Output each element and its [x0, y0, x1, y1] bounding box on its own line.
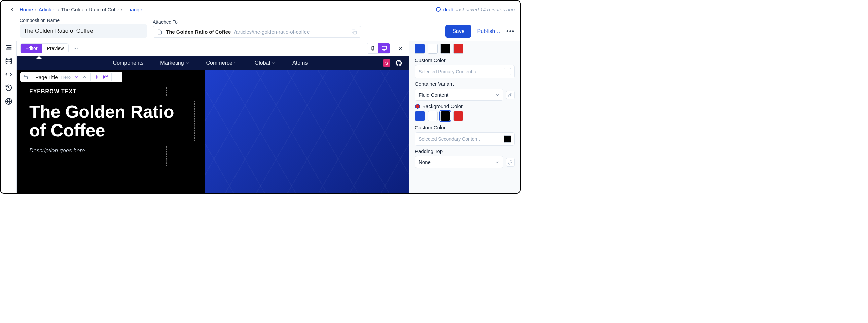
save-button[interactable]: Save	[445, 25, 471, 38]
color-preview-swatch	[504, 135, 511, 143]
color-swatch[interactable]	[415, 44, 425, 54]
back-button[interactable]	[6, 3, 18, 15]
publish-button[interactable]: Publish…	[477, 28, 500, 34]
custom-color-2-label: Custom Color	[415, 125, 515, 130]
attached-title: The Golden Ratio of Coffee	[166, 29, 231, 35]
composition-name-label: Composition Name	[20, 18, 147, 23]
hero-description: Description goes here	[29, 148, 164, 154]
toolbar-more-button[interactable]: ⋯	[71, 44, 80, 53]
primary-color-swatches	[415, 44, 515, 54]
structure-icon[interactable]	[5, 44, 12, 51]
svg-rect-20	[106, 75, 107, 77]
components-icon[interactable]	[103, 74, 108, 80]
custom-secondary-color-input[interactable]: Selected Secondary Conten…	[415, 132, 515, 146]
history-icon[interactable]	[5, 84, 12, 92]
breadcrumb-articles[interactable]: Articles	[39, 7, 55, 12]
chevron-down-icon	[495, 93, 500, 97]
svg-rect-21	[103, 77, 105, 79]
svg-rect-2	[7, 47, 11, 48]
attached-path: /articles/the-golden-ratio-of-coffee	[234, 29, 310, 35]
chevron-down-icon	[272, 61, 276, 65]
container-variant-select[interactable]: Fluid Content	[415, 89, 503, 101]
canvas: Components Marketing Commerce Global Ato…	[17, 56, 409, 194]
code-icon[interactable]	[5, 71, 12, 78]
editor-tab[interactable]: Editor	[21, 44, 42, 53]
more-menu-button[interactable]: •••	[506, 28, 515, 35]
color-preview-swatch	[504, 68, 511, 75]
selection-notch-icon	[36, 56, 42, 59]
element-toolbar: Page Title Hero ⋯	[20, 72, 122, 83]
svg-rect-9	[382, 46, 386, 50]
cube-icon	[415, 104, 420, 109]
color-swatch[interactable]	[440, 111, 451, 121]
nav-components[interactable]: Components	[113, 60, 144, 66]
color-swatch[interactable]	[440, 44, 451, 54]
parent-icon[interactable]	[23, 74, 28, 80]
background-color-swatches	[415, 111, 515, 121]
attached-to-label: Attached To	[153, 19, 361, 25]
hero-title: The Golden Ratio of Coffee	[29, 103, 192, 139]
chevron-down-icon	[495, 160, 500, 164]
chevron-down-icon	[309, 61, 313, 65]
status-indicator-icon	[436, 7, 441, 12]
breadcrumb-sep: ›	[57, 7, 59, 12]
selected-element-context: Hero	[61, 75, 71, 80]
properties-panel: Custom Color Selected Primary Content c……	[409, 41, 520, 194]
selected-element-name: Page Title	[35, 74, 58, 80]
nav-atoms[interactable]: Atoms	[292, 60, 313, 66]
last-saved-text: last saved 14 minutes ago	[456, 7, 515, 12]
color-swatch[interactable]	[415, 111, 425, 121]
device-toggle	[367, 43, 390, 54]
nav-marketing[interactable]: Marketing	[160, 60, 189, 66]
device-desktop-button[interactable]	[378, 43, 390, 54]
eyebrow-slot[interactable]: EYEBROW TEXT	[27, 87, 166, 96]
chevron-down-icon	[185, 61, 189, 65]
svg-rect-3	[6, 49, 11, 50]
color-swatch[interactable]	[428, 44, 438, 54]
composition-name-input[interactable]	[20, 24, 147, 38]
padding-top-select[interactable]: None	[415, 156, 503, 168]
breadcrumb-change-link[interactable]: change…	[126, 7, 147, 12]
nav-global[interactable]: Global	[255, 60, 276, 66]
svg-rect-19	[103, 75, 105, 77]
container-variant-label: Container Variant	[415, 81, 515, 87]
breadcrumb-current: The Golden Ratio of Coffee	[61, 7, 122, 12]
document-icon	[157, 29, 162, 35]
title-slot[interactable]: The Golden Ratio of Coffee	[27, 101, 195, 141]
preview-tab[interactable]: Preview	[42, 44, 69, 53]
breadcrumb: Home › Articles › The Golden Ratio of Co…	[20, 7, 436, 12]
breadcrumb-home[interactable]: Home	[20, 7, 33, 12]
device-mobile-button[interactable]	[367, 43, 378, 54]
color-swatch[interactable]	[453, 44, 463, 54]
storybook-icon[interactable]: S	[383, 59, 390, 67]
custom-primary-color-input[interactable]: Selected Primary Content c…	[415, 65, 515, 78]
hero-section: EYEBROW TEXT The Golden Ratio of Coffee …	[17, 70, 409, 194]
data-icon[interactable]	[5, 57, 12, 65]
link-icon[interactable]	[506, 91, 515, 99]
svg-rect-0	[353, 31, 356, 34]
chevron-down-icon	[234, 61, 238, 65]
element-more-button[interactable]: ⋯	[115, 74, 120, 80]
svg-point-14	[96, 76, 97, 78]
color-swatch[interactable]	[453, 111, 463, 121]
chevron-up-icon[interactable]	[82, 75, 87, 79]
globe-icon[interactable]	[5, 98, 12, 105]
link-icon[interactable]	[506, 158, 515, 166]
svg-rect-1	[6, 45, 11, 46]
description-slot[interactable]: Description goes here	[27, 146, 166, 166]
copy-icon[interactable]	[351, 29, 357, 35]
hero-image-area	[205, 70, 409, 194]
target-icon[interactable]	[94, 74, 99, 80]
padding-top-label: Padding Top	[415, 149, 515, 154]
status-label: draft	[443, 7, 454, 12]
site-nav: Components Marketing Commerce Global Ato…	[17, 56, 409, 70]
chevron-down-icon[interactable]	[74, 75, 79, 79]
custom-color-label: Custom Color	[415, 57, 515, 63]
attached-to-field[interactable]: The Golden Ratio of Coffee /articles/the…	[153, 26, 361, 38]
background-color-label: Background Color	[415, 103, 515, 109]
left-rail	[1, 41, 17, 194]
color-swatch[interactable]	[428, 111, 438, 121]
github-icon[interactable]	[395, 59, 402, 67]
close-button[interactable]	[396, 43, 406, 54]
nav-commerce[interactable]: Commerce	[206, 60, 238, 66]
